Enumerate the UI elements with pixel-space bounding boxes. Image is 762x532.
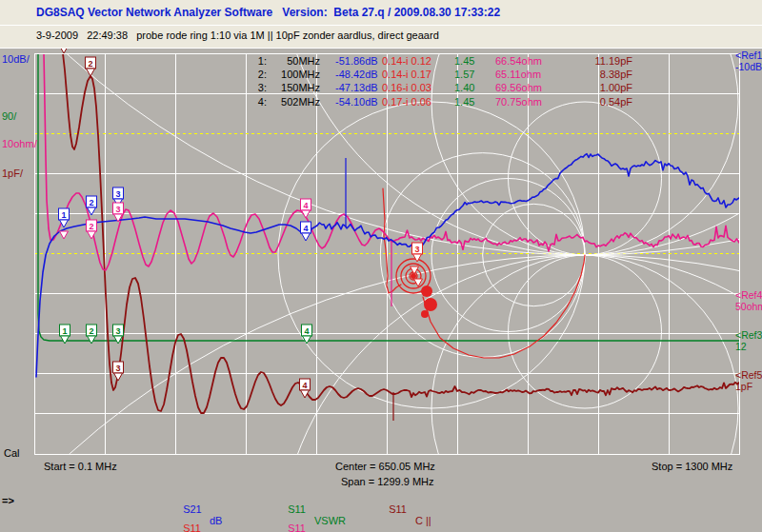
marker-triangle <box>60 231 69 239</box>
legend-s11-c[interactable]: S11 C || <box>383 492 488 504</box>
marker-triangle <box>302 210 311 218</box>
scale-label-10ohm: 10ohm/ <box>2 138 37 149</box>
marker-number: 3 <box>414 245 419 254</box>
legend-sparam: S11 <box>288 522 306 532</box>
marker-2-n: 2: <box>251 69 267 80</box>
marker-number: 2 <box>89 222 93 231</box>
marker-1-db: -51.86dB <box>335 55 378 67</box>
marker-3-z: 69.56ohm <box>495 82 542 93</box>
trace-marker-s21-db-4[interactable]: 4 <box>301 222 311 241</box>
smith-reactance-circle <box>0 255 762 532</box>
smith-trace-cluster-blob <box>421 310 429 318</box>
scale-label-10dB: 10dB/ <box>2 53 30 65</box>
span-frequency-label: Span = 1299.9 MHz <box>341 476 434 487</box>
marker-triangle <box>302 233 311 241</box>
ref-label-Ref5: <Ref5 1pF <box>735 369 762 392</box>
smith-trace-cluster-blob <box>421 286 432 297</box>
marker-4-z: 70.75ohm <box>495 96 542 108</box>
start-frequency-label: Start = 0.1 MHz <box>44 461 117 472</box>
trace-marker-s11-c-3[interactable]: 3 <box>113 362 124 381</box>
header-separator <box>0 25 762 26</box>
scale-label-90: 90/ <box>2 110 16 122</box>
legend-s21-db[interactable]: S21 dB <box>177 492 282 504</box>
trace-s21-db <box>36 154 739 377</box>
marker-number: 3 <box>115 189 120 199</box>
marker-number: 3 <box>115 364 120 373</box>
app-title: DG8SAQ Vector Network Analyzer Software … <box>36 6 500 19</box>
scale-label-1pF: 1pF/ <box>2 167 23 179</box>
marker-table-row-2: 2:100MHz-48.42dB0.14-i 0.171.5765.11ohm8… <box>251 69 652 82</box>
marker-4-gamma: 0.17-i 0.06 <box>382 96 431 108</box>
legend-quantity: C || <box>415 515 431 526</box>
marker-number: 4 <box>303 201 308 210</box>
header-bar: DG8SAQ Vector Network Analyzer Software … <box>0 0 762 49</box>
legend-s11-vswr[interactable]: S11 VSWR <box>282 492 387 504</box>
trace-marker-s11-z-4[interactable]: 4 <box>301 199 311 218</box>
marker-3-c: 1.00pF <box>572 82 632 93</box>
marker-4-freq: 502MHz <box>271 96 320 108</box>
marker-2-freq: 100MHz <box>271 69 320 80</box>
marker-3-freq: 150MHz <box>271 82 320 93</box>
cal-label: Cal <box>4 447 20 459</box>
marker-3-n: 3: <box>251 82 267 93</box>
legend-sparam: S11 <box>183 522 201 532</box>
marker-2-c: 8.38pF <box>572 69 632 80</box>
trace-marker-s11-c-2[interactable]: 2 <box>86 57 96 76</box>
marker-number: 4 <box>304 326 309 336</box>
trace-s11-smith-loop <box>423 255 585 358</box>
smith-reactance-circle <box>509 255 662 408</box>
marker-4-c: 0.54pF <box>572 96 632 108</box>
marker-number: 2 <box>89 198 93 207</box>
smith-reactance-circle <box>509 102 662 255</box>
smith-reactance-circle <box>431 255 738 532</box>
marker-3-vswr: 1.40 <box>454 82 474 93</box>
marker-1-n: 1: <box>251 55 267 67</box>
marker-number: 1 <box>61 210 66 220</box>
marker-table-row-4: 4:502MHz-54.10dB0.17-i 0.061.4570.75ohm0… <box>251 96 652 109</box>
marker-2-gamma: 0.14-i 0.17 <box>382 69 431 80</box>
marker-1-gamma: 0.14-i 0.12 <box>382 55 431 67</box>
marker-1-c: 11.19pF <box>572 55 632 67</box>
trace-marker-s11-z-1[interactable] <box>60 231 69 239</box>
marker-2-z: 65.11ohm <box>495 69 541 80</box>
sweep-description: 3-9-2009 22:49:38 probe rode ring 1:10 v… <box>36 30 439 41</box>
marker-triangle <box>114 373 123 381</box>
marker-number: 4 <box>302 381 307 390</box>
ref-label-Ref4: <Ref4 50ohm <box>735 289 762 312</box>
legend-s11-smith[interactable]: S11 Smith <box>177 511 282 523</box>
legend-s11-z[interactable]: S11 |Z| <box>282 511 387 523</box>
marker-1-vswr: 1.45 <box>454 55 474 67</box>
marker-table-row-3: 3:150MHz-47.13dB0.16-i 0.031.4069.56ohm1… <box>251 82 652 95</box>
marker-2-vswr: 1.57 <box>454 69 474 80</box>
status-arrow: => <box>2 495 14 506</box>
trace-marker-s11-z-2[interactable]: 2 <box>87 220 97 239</box>
marker-3-db: -47.13dB <box>335 82 378 93</box>
marker-4-db: -54.10dB <box>335 96 378 108</box>
marker-4-vswr: 1.45 <box>454 96 474 108</box>
ref-label-Ref1: <Ref1 -10dB <box>735 49 762 72</box>
marker-number: 1 <box>62 326 67 336</box>
marker-triangle <box>114 336 123 344</box>
marker-1-z: 66.54ohm <box>495 55 542 67</box>
marker-2-db: -48.42dB <box>335 69 378 80</box>
center-frequency-label: Center = 650.05 MHz <box>335 461 435 472</box>
stop-frequency-label: Stop = 1300 MHz <box>652 461 732 472</box>
marker-table-row-1: 1:50MHz-51.86dB0.14-i 0.121.4566.54ohm11… <box>251 55 652 69</box>
smith-trace-cluster-blob <box>424 298 437 311</box>
marker-triangle <box>88 336 96 344</box>
marker-triangle <box>61 336 70 344</box>
marker-1-freq: 50MHz <box>271 55 320 67</box>
legend-sparam: S11 <box>389 503 407 515</box>
marker-3-gamma: 0.16-i 0.03 <box>382 82 431 93</box>
ref-label-Ref3: <Ref3 12 <box>735 329 762 352</box>
marker-number: 2 <box>88 59 92 69</box>
marker-number: 3 <box>115 326 120 336</box>
smith-trace-cluster-core <box>411 273 416 279</box>
marker-4-n: 4: <box>251 96 267 108</box>
vnwa-window: { "header": { "title": "DG8SAQ Vector Ne… <box>0 0 762 532</box>
marker-number: 2 <box>89 326 93 336</box>
marker-number: 3 <box>115 205 120 214</box>
marker-number: 4 <box>303 224 308 233</box>
